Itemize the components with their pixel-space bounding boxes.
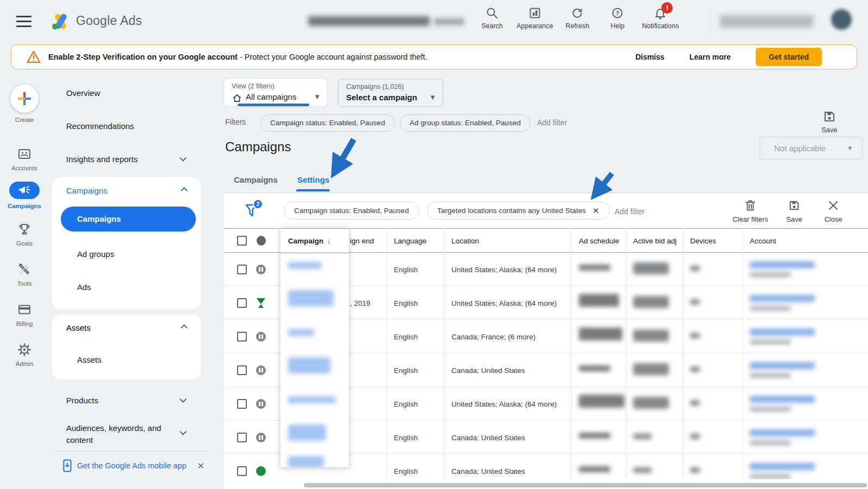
status-paused-icon xyxy=(256,365,266,375)
chevron-down-icon[interactable] xyxy=(180,396,187,403)
select-all-checkbox[interactable] xyxy=(237,236,247,246)
mobile-app-link[interactable]: Get the Google Ads mobile app xyxy=(77,461,187,470)
rail-item-goals[interactable]: Goals xyxy=(0,222,49,247)
column-header-location[interactable]: Location xyxy=(451,237,479,245)
row-checkbox[interactable] xyxy=(237,466,247,476)
column-header-active-bid-adj[interactable]: Active bid adj xyxy=(633,237,676,245)
row-checkbox[interactable] xyxy=(237,399,247,409)
tab-settings[interactable]: Settings xyxy=(297,175,329,184)
filter-chip-campaign-status[interactable]: Campaign status: Enabled, Paused xyxy=(284,202,419,220)
nav-item-overview[interactable]: Overview xyxy=(66,88,100,98)
active-bid-adj-redacted xyxy=(633,467,652,473)
column-header-language[interactable]: Language xyxy=(394,237,426,245)
remove-filter-icon[interactable]: ✕ xyxy=(592,202,599,219)
save-filters-button[interactable]: Save xyxy=(777,200,812,223)
sort-descending-icon[interactable]: ↓ xyxy=(327,236,331,245)
rail-item-campaigns[interactable]: Campaigns xyxy=(0,182,49,209)
nav-item-assets[interactable]: Assets xyxy=(77,355,101,364)
nav-item-ads[interactable]: Ads xyxy=(77,282,91,292)
account-link-redacted[interactable] xyxy=(750,396,815,403)
account-id-redacted xyxy=(750,373,791,378)
devices-redacted xyxy=(690,467,700,473)
clear-filters-button[interactable]: Clear filters xyxy=(731,200,770,223)
save-view-button[interactable]: Save xyxy=(815,110,844,134)
campaign-selector[interactable]: Campaigns (1,026) Select a campaign ▼ xyxy=(338,79,443,107)
account-link-redacted[interactable] xyxy=(750,295,815,302)
campaign-link-redacted[interactable] xyxy=(288,396,336,403)
close-icon[interactable]: ✕ xyxy=(197,461,205,471)
nav-item-audiences[interactable]: Audiences, keywords, and content xyxy=(66,422,180,446)
nav-item-products[interactable]: Products xyxy=(66,396,98,405)
chevron-up-icon[interactable] xyxy=(181,187,188,194)
nav-group-campaigns[interactable]: Campaigns xyxy=(66,186,107,195)
column-header-ad-schedule[interactable]: Ad schedule xyxy=(579,237,619,245)
banner-actions: Dismiss Learn more Get started xyxy=(635,45,822,69)
campaign-link-redacted[interactable] xyxy=(288,456,324,467)
dismiss-button[interactable]: Dismiss xyxy=(635,53,665,61)
filter-chip-targeted-locations[interactable]: Targeted locations contains any United S… xyxy=(427,202,610,220)
row-checkbox[interactable] xyxy=(237,365,247,375)
megaphone-icon xyxy=(18,185,30,196)
account-id-redacted xyxy=(750,339,791,344)
campaign-link-redacted[interactable] xyxy=(288,262,322,269)
filter-chip-ad-group-status[interactable]: Ad group status: Enabled, Paused xyxy=(400,114,531,132)
row-checkbox[interactable] xyxy=(237,298,247,308)
rail-item-billing[interactable]: Billing xyxy=(0,303,49,327)
chevron-down-icon[interactable] xyxy=(180,428,187,435)
menu-icon[interactable] xyxy=(16,16,31,27)
column-header-account[interactable]: Account xyxy=(750,237,776,245)
avatar[interactable] xyxy=(831,9,852,30)
view-selector[interactable]: View (2 filters) All campaigns ▼ xyxy=(224,79,327,107)
account-link-redacted[interactable] xyxy=(750,261,815,268)
not-applicable-dropdown[interactable]: Not applicable ▼ xyxy=(760,137,863,159)
campaign-selector-label: Campaigns (1,026) xyxy=(346,83,404,91)
campaign-link-redacted[interactable] xyxy=(288,329,314,336)
search-button[interactable]: Search xyxy=(476,7,508,30)
search-icon xyxy=(486,7,499,20)
notifications-button[interactable]: Notifications ! xyxy=(642,7,679,30)
billing-icon xyxy=(17,303,31,317)
floating-campaign-column[interactable]: Campaign ↓ xyxy=(280,228,349,467)
close-filters-button[interactable]: Close xyxy=(816,200,850,223)
appearance-button[interactable]: Appearance xyxy=(516,7,553,30)
campaign-link-redacted[interactable] xyxy=(288,357,330,374)
get-started-button[interactable]: Get started xyxy=(756,48,822,66)
rail-item-accounts[interactable]: Accounts xyxy=(0,147,49,171)
learn-more-button[interactable]: Learn more xyxy=(690,53,731,61)
account-id-redacted xyxy=(750,306,791,311)
account-id-redacted xyxy=(750,272,791,277)
tab-campaigns[interactable]: Campaigns xyxy=(234,175,278,184)
account-link-redacted[interactable] xyxy=(750,329,815,336)
nav-item-campaigns-selected[interactable]: Campaigns xyxy=(61,207,196,231)
row-checkbox[interactable] xyxy=(237,332,247,342)
account-link-redacted[interactable] xyxy=(750,463,815,470)
account-link-redacted[interactable] xyxy=(750,362,815,369)
row-checkbox[interactable] xyxy=(237,433,247,442)
chevron-down-icon[interactable] xyxy=(180,155,187,162)
nav-group-assets[interactable]: Assets xyxy=(66,323,91,332)
nav-item-insights[interactable]: Insights and reports xyxy=(66,155,138,164)
rail-item-create[interactable]: Create xyxy=(0,85,49,123)
create-button[interactable] xyxy=(10,85,39,113)
filter-chip-campaign-status[interactable]: Campaign status: Enabled, Paused xyxy=(260,114,395,132)
chevron-up-icon[interactable] xyxy=(181,324,188,331)
add-filter-button[interactable]: Add filter xyxy=(615,207,644,216)
campaign-link-redacted[interactable] xyxy=(288,290,334,306)
column-header-campaign[interactable]: Campaign xyxy=(288,237,323,245)
rail-item-admin[interactable]: Admin xyxy=(0,343,49,367)
gear-icon xyxy=(17,343,31,357)
filters-label: Filters xyxy=(225,118,246,126)
column-header-devices[interactable]: Devices xyxy=(690,237,716,245)
refresh-button[interactable]: Refresh xyxy=(561,7,593,30)
help-button[interactable]: ? Help xyxy=(602,7,633,30)
column-header-campaign-end[interactable]: ign end xyxy=(350,237,374,245)
add-filter-button[interactable]: Add filter xyxy=(537,118,567,127)
nav-item-ad-groups[interactable]: Ad groups xyxy=(77,249,114,259)
rail-item-tools[interactable]: Tools xyxy=(0,262,49,287)
campaign-link-redacted[interactable] xyxy=(288,424,326,441)
page-title: Campaigns xyxy=(225,139,291,155)
row-checkbox[interactable] xyxy=(237,265,247,274)
account-link-redacted[interactable] xyxy=(750,429,815,436)
nav-item-recommendations[interactable]: Recommendations xyxy=(66,121,134,131)
horizontal-scrollbar[interactable] xyxy=(304,483,867,487)
